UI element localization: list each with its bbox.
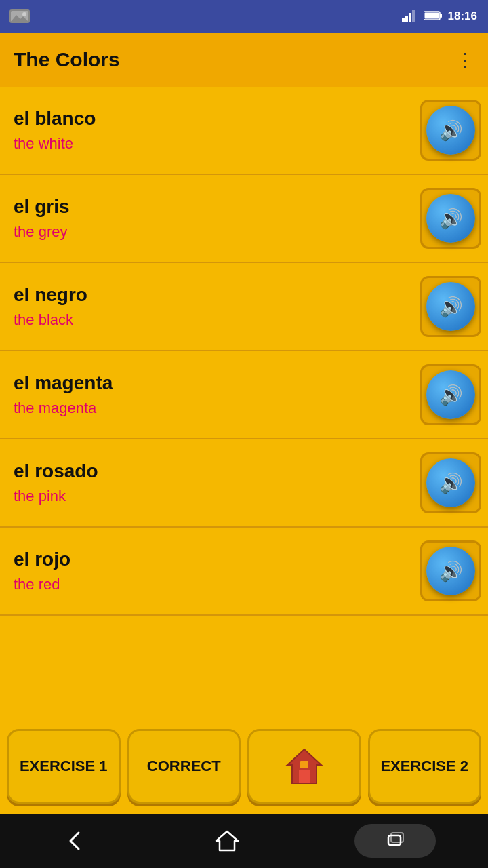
svg-rect-10 [424,12,439,18]
time-display: 18:16 [448,9,477,23]
signal-icon [402,9,418,24]
image-icon [9,8,30,27]
spanish-magenta: el magenta [14,372,420,394]
speaker-icon-rosado: 🔊 [439,472,463,494]
recent-apps-icon [383,829,407,853]
recent-apps-button[interactable] [354,824,436,858]
vocab-item-rojo: el rojo the red 🔊 [0,528,488,616]
speaker-icon-gris: 🔊 [439,208,463,230]
audio-btn-negro[interactable]: 🔊 [420,276,481,337]
vocab-list: el blanco the white 🔊 el gris the grey 🔊 [0,87,488,616]
nav-bar [0,814,488,868]
svg-marker-14 [216,831,238,850]
vocab-text-gris: el gris the grey [14,196,420,241]
vocab-text-rosado: el rosado the pink [14,460,420,505]
vocab-item-negro: el negro the black 🔊 [0,263,488,351]
vocab-text-magenta: el magenta the magenta [14,372,420,417]
english-rojo: the red [14,576,420,593]
vocab-text-negro: el negro the black [14,284,420,329]
android-home-icon [215,829,239,853]
audio-btn-rojo[interactable]: 🔊 [420,540,481,601]
android-home-button[interactable] [203,824,251,858]
status-bar: 18:16 [0,0,488,33]
vocab-item-magenta: el magenta the magenta 🔊 [0,351,488,439]
battery-icon [424,10,443,23]
spanish-negro: el negro [14,284,420,306]
vocab-item-gris: el gris the grey 🔊 [0,175,488,263]
spanish-blanco: el blanco [14,108,420,130]
spanish-rojo: el rojo [14,549,420,570]
exercise2-button[interactable]: EXERCISE 2 [368,729,482,804]
vocab-item-blanco: el blanco the white 🔊 [0,87,488,175]
back-button[interactable] [52,824,100,858]
vocab-item-rosado: el rosado the pink 🔊 [0,439,488,528]
english-blanco: the white [14,135,420,153]
svg-rect-6 [409,13,411,22]
svg-rect-16 [391,833,403,842]
svg-point-3 [22,12,26,16]
speaker-icon-negro: 🔊 [439,296,463,318]
correct-button[interactable]: CORRECT [127,729,241,804]
svg-rect-12 [299,770,310,783]
svg-rect-5 [405,16,408,22]
english-rosado: the pink [14,488,420,505]
home-button[interactable] [247,729,361,804]
exercise1-button[interactable]: EXERCISE 1 [7,729,121,804]
home-icon [284,746,325,787]
english-gris: the grey [14,223,420,241]
empty-area [0,616,488,719]
svg-rect-13 [300,761,308,768]
english-negro: the black [14,311,420,329]
english-magenta: the magenta [14,399,420,417]
vocab-text-rojo: el rojo the red [14,549,420,593]
bottom-toolbar: EXERCISE 1 CORRECT EXERCISE 2 [0,719,488,814]
speaker-icon-rojo: 🔊 [439,560,463,583]
speaker-icon-magenta: 🔊 [439,384,463,406]
vocab-text-blanco: el blanco the white [14,108,420,153]
audio-btn-gris[interactable]: 🔊 [420,188,481,249]
spanish-rosado: el rosado [14,460,420,482]
page-title: The Colors [14,48,120,71]
audio-btn-blanco[interactable]: 🔊 [420,100,481,161]
main-content: el blanco the white 🔊 el gris the grey 🔊 [0,87,488,814]
speaker-icon-blanco: 🔊 [439,119,463,142]
audio-btn-magenta[interactable]: 🔊 [420,364,481,425]
svg-rect-7 [412,10,415,22]
menu-button[interactable]: ⋮ [455,49,474,71]
svg-rect-4 [402,18,405,22]
svg-rect-9 [440,14,442,18]
app-header: The Colors ⋮ [0,33,488,87]
spanish-gris: el gris [14,196,420,218]
svg-rect-15 [388,835,401,845]
back-icon [64,829,88,853]
audio-btn-rosado[interactable]: 🔊 [420,452,481,513]
